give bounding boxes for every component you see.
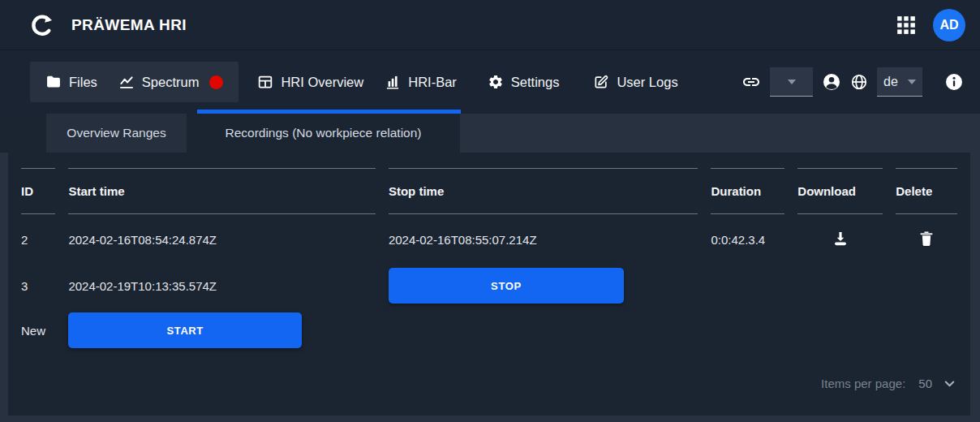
edit-icon bbox=[593, 74, 609, 90]
nav-tab-label: HRI-Bar bbox=[408, 75, 457, 90]
items-per-page[interactable]: Items per page: 50 bbox=[821, 376, 970, 416]
items-per-page-value: 50 bbox=[918, 377, 932, 390]
appbar-right: AD bbox=[896, 9, 965, 41]
language-select[interactable]: de bbox=[877, 67, 922, 97]
avatar-initials: AD bbox=[939, 18, 958, 32]
active-tab-indicator bbox=[197, 110, 461, 114]
nav-tab-label: HRI Overview bbox=[281, 75, 363, 90]
nav-tab-label: User Logs bbox=[617, 75, 677, 90]
sub-tab-bar: Overview Ranges Recordings (No workpiece… bbox=[0, 114, 980, 153]
sub-tab-lead-spacer bbox=[0, 114, 46, 153]
folder-icon bbox=[45, 74, 62, 90]
nav-tab-user-logs[interactable]: User Logs bbox=[582, 62, 688, 102]
nav-tab-hri-overview[interactable]: HRI Overview bbox=[247, 62, 374, 102]
cell-duration: 0:0:42.3.4 bbox=[711, 214, 784, 265]
subtab-overview-ranges[interactable]: Overview Ranges bbox=[46, 114, 187, 153]
gear-icon bbox=[488, 74, 504, 90]
subtab-recordings[interactable]: Recordings (No workpiece relation) bbox=[187, 114, 460, 153]
line-chart-icon bbox=[118, 74, 135, 90]
column-header-delete: Delete bbox=[896, 168, 957, 214]
cell-start-time: 2024-02-16T08:54:24.874Z bbox=[68, 214, 376, 265]
stop-button[interactable]: STOP bbox=[389, 268, 624, 304]
column-header-stop-time: Stop time bbox=[389, 168, 698, 214]
items-per-page-label: Items per page: bbox=[821, 377, 905, 390]
nav-tab-label: Settings bbox=[511, 75, 560, 90]
table-icon bbox=[257, 74, 273, 90]
nav-tab-hri-bar[interactable]: HRI-Bar bbox=[374, 62, 467, 102]
subtab-label: Recordings (No workpiece relation) bbox=[225, 126, 421, 140]
table-row: 2 2024-02-16T08:54:24.874Z 2024-02-16T08… bbox=[21, 214, 957, 265]
column-header-id: ID bbox=[21, 168, 55, 214]
cell-stop-time: 2024-02-16T08:55:07.214Z bbox=[389, 214, 698, 265]
info-icon[interactable] bbox=[944, 72, 964, 92]
column-header-duration: Duration bbox=[711, 168, 784, 214]
globe-icon[interactable] bbox=[850, 73, 868, 91]
nav-tab-label: Spectrum bbox=[142, 75, 200, 90]
connection-select[interactable] bbox=[770, 67, 813, 97]
nav-tab-files[interactable]: Files bbox=[35, 62, 108, 102]
download-icon[interactable] bbox=[832, 230, 849, 248]
table-row: New START bbox=[21, 307, 957, 354]
recordings-table: ID Start time Stop time Duration Downloa… bbox=[8, 168, 970, 354]
start-button[interactable]: START bbox=[68, 312, 302, 348]
app-root: PRÄWEMA HRI AD Files Spectrum bbox=[0, 0, 980, 422]
chevron-down-icon bbox=[942, 376, 957, 391]
cell-id: 2 bbox=[21, 214, 55, 265]
cell-start-time: 2024-02-19T10:13:35.574Z bbox=[68, 265, 376, 307]
nav-tab-label: Files bbox=[69, 75, 97, 90]
link-icon[interactable] bbox=[741, 72, 761, 92]
caret-down-icon bbox=[788, 80, 796, 84]
main-nav: Files Spectrum HRI Overview HRI-Bar bbox=[0, 50, 980, 114]
nav-tab-spectrum[interactable]: Spectrum bbox=[108, 62, 234, 102]
cell-id: 3 bbox=[21, 265, 55, 307]
delete-icon[interactable] bbox=[918, 230, 935, 248]
nav-right-controls: de bbox=[741, 67, 964, 97]
apps-grid-icon[interactable] bbox=[896, 15, 917, 36]
app-logo-icon bbox=[29, 13, 54, 37]
recordings-panel: ID Start time Stop time Duration Downloa… bbox=[8, 153, 970, 416]
bar-chart-icon bbox=[385, 74, 401, 90]
user-icon[interactable] bbox=[822, 72, 841, 92]
app-header: PRÄWEMA HRI AD bbox=[0, 0, 980, 50]
table-row: 3 2024-02-19T10:13:35.574Z STOP bbox=[21, 265, 957, 307]
caret-down-icon bbox=[908, 80, 916, 84]
user-avatar[interactable]: AD bbox=[933, 9, 965, 41]
subtab-label: Overview Ranges bbox=[67, 126, 165, 140]
nav-group-files-spectrum: Files Spectrum bbox=[30, 62, 239, 102]
column-header-start-time: Start time bbox=[68, 168, 376, 214]
recording-indicator-dot bbox=[209, 75, 223, 89]
language-value: de bbox=[883, 75, 898, 89]
app-title: PRÄWEMA HRI bbox=[71, 16, 187, 34]
nav-tab-settings[interactable]: Settings bbox=[477, 62, 570, 102]
column-header-download: Download bbox=[797, 168, 883, 214]
table-header-row: ID Start time Stop time Duration Downloa… bbox=[21, 168, 957, 214]
cell-id: New bbox=[21, 307, 55, 354]
